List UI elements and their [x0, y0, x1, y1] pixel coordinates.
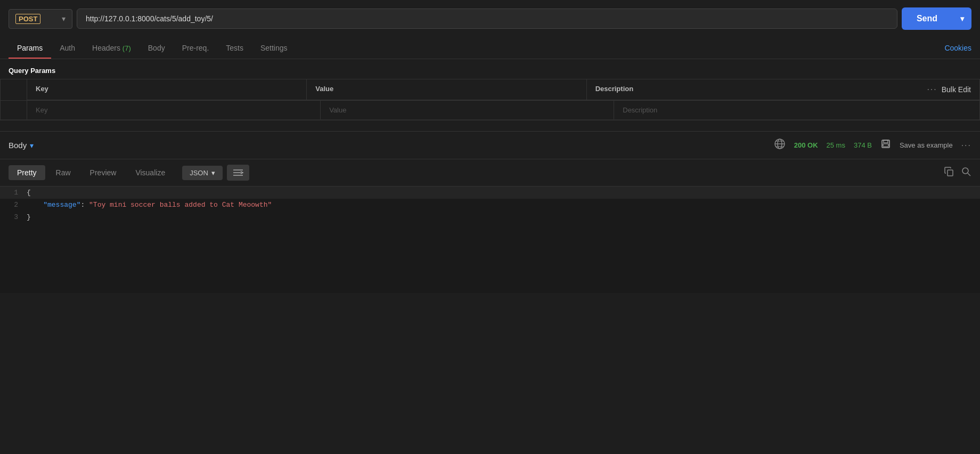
- method-selector[interactable]: POST ▾: [9, 9, 72, 29]
- view-tabs-bar: Pretty Raw Preview Visualize JSON ▾: [0, 159, 980, 187]
- svg-rect-7: [883, 144, 888, 147]
- tab-tests[interactable]: Tests: [217, 37, 252, 59]
- response-meta: 200 OK 25 ms 374 B Save as example ···: [774, 138, 971, 152]
- line-number-3: 3: [0, 213, 27, 221]
- code-content-2: "message": "Toy mini soccer balls added …: [27, 201, 272, 209]
- code-line-2: 2 "message": "Toy mini soccer balls adde…: [0, 199, 980, 211]
- more-options-icon[interactable]: ···: [961, 141, 971, 150]
- method-chevron-icon: ▾: [62, 14, 66, 23]
- code-content-3: }: [27, 213, 31, 221]
- key-col-header: Key: [27, 79, 307, 100]
- search-icon[interactable]: [961, 166, 971, 180]
- headers-badge: (7): [123, 44, 131, 52]
- tab-auth[interactable]: Auth: [51, 37, 84, 59]
- bulk-edit-label: Bulk Edit: [942, 85, 971, 94]
- dots-icon: ···: [927, 85, 937, 94]
- send-button[interactable]: Send ▾: [902, 7, 971, 30]
- value-cell-placeholder[interactable]: Value: [321, 101, 614, 119]
- bulk-edit-spacer: [962, 101, 979, 119]
- view-tab-preview[interactable]: Preview: [81, 165, 125, 180]
- response-bar: Body ▾ 200 OK 25 ms 374 B Save as exampl…: [0, 131, 980, 159]
- tab-prereq[interactable]: Pre-req.: [174, 37, 218, 59]
- response-size: 374 B: [854, 141, 872, 149]
- method-label: POST: [15, 14, 40, 24]
- params-table-header: Key Value Description ··· Bulk Edit: [1, 79, 979, 101]
- code-content-1: {: [27, 189, 31, 197]
- format-chevron-icon: ▾: [211, 169, 215, 177]
- tabs-bar: Params Auth Headers (7) Body Pre-req. Te…: [0, 37, 980, 59]
- tab-settings[interactable]: Settings: [252, 37, 296, 59]
- query-params-title: Query Params: [0, 59, 980, 79]
- params-table: Key Value Description ··· Bulk Edit Key …: [0, 79, 980, 120]
- copy-icon[interactable]: [944, 166, 954, 180]
- cookies-link[interactable]: Cookies: [944, 44, 971, 52]
- checkbox-col-header: [1, 79, 27, 100]
- tab-params[interactable]: Params: [9, 37, 51, 59]
- svg-line-13: [968, 173, 970, 176]
- desc-col-header: Description: [587, 79, 919, 100]
- url-input[interactable]: http://127.0.0.1:8000/cats/5/add_toy/5/: [77, 9, 897, 29]
- body-chevron-icon[interactable]: ▾: [30, 141, 34, 150]
- url-bar: POST ▾ http://127.0.0.1:8000/cats/5/add_…: [0, 0, 980, 37]
- table-row: Key Value Description: [1, 101, 979, 120]
- save-example-button[interactable]: Save as example: [900, 141, 953, 149]
- send-chevron-icon[interactable]: ▾: [953, 8, 971, 29]
- code-line-1: 1 {: [0, 187, 980, 199]
- body-label: Body: [9, 141, 27, 150]
- view-actions: [944, 166, 971, 180]
- tab-body[interactable]: Body: [140, 37, 174, 59]
- response-time: 25 ms: [827, 141, 845, 149]
- globe-icon: [774, 138, 786, 152]
- view-tab-pretty[interactable]: Pretty: [9, 165, 45, 180]
- status-code: 200 OK: [794, 141, 818, 149]
- line-number-2: 2: [0, 201, 27, 209]
- wrap-button[interactable]: [227, 165, 249, 181]
- tab-headers[interactable]: Headers (7): [84, 37, 140, 59]
- format-selector[interactable]: JSON ▾: [182, 166, 223, 180]
- row-checkbox: [1, 101, 27, 119]
- view-tab-raw[interactable]: Raw: [47, 165, 79, 180]
- value-col-header: Value: [307, 79, 586, 100]
- save-icon: [880, 139, 891, 152]
- format-label: JSON: [190, 169, 208, 177]
- code-line-3: 3 }: [0, 211, 980, 223]
- bulk-edit-header[interactable]: ··· Bulk Edit: [918, 79, 979, 100]
- line-number-1: 1: [0, 189, 27, 197]
- key-cell-placeholder[interactable]: Key: [27, 101, 321, 119]
- send-label: Send: [902, 7, 952, 30]
- svg-rect-11: [948, 170, 953, 176]
- svg-point-12: [962, 168, 968, 174]
- json-value: "Toy mini soccer balls added to Cat Meoo…: [89, 201, 272, 209]
- view-tab-visualize[interactable]: Visualize: [127, 165, 174, 180]
- json-key: "message": [43, 201, 80, 209]
- desc-cell-placeholder[interactable]: Description: [614, 101, 962, 119]
- code-area: 1 { 2 "message": "Toy mini soccer balls …: [0, 187, 980, 293]
